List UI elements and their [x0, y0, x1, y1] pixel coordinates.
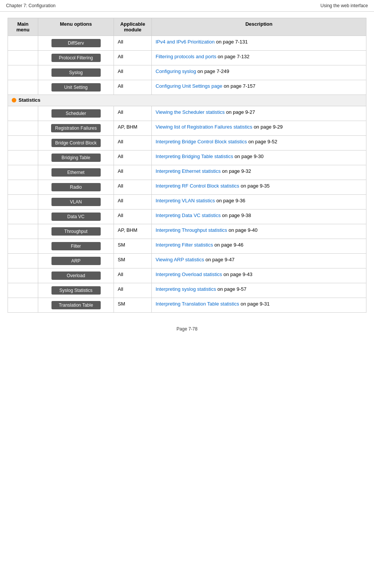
menu-button[interactable]: Syslog: [51, 68, 101, 77]
table-row: ARPSMViewing ARP statistics on page 9-47: [8, 253, 366, 268]
description-link[interactable]: Interpreting Ethernet statistics: [156, 168, 221, 174]
menu-button[interactable]: DiffServ: [51, 39, 101, 47]
menu-button[interactable]: ARP: [51, 257, 101, 265]
cell-description: Interpreting Bridging Table statistics o…: [152, 150, 366, 165]
cell-main: [8, 283, 38, 298]
menu-button[interactable]: Radio: [51, 183, 101, 191]
cell-description: Viewing the Scheduler statistics on page…: [152, 106, 366, 121]
cell-description: Interpreting Data VC statistics on page …: [152, 209, 366, 224]
cell-menu: Filter: [38, 239, 114, 253]
cell-main: [8, 106, 38, 121]
cell-main: [8, 224, 38, 239]
cell-module: All: [114, 36, 152, 51]
description-link[interactable]: Viewing list of Registration Failures st…: [156, 124, 252, 130]
cell-module: All: [114, 194, 152, 209]
description-page: on page 7-132: [216, 54, 249, 59]
menu-button[interactable]: Data VC: [51, 213, 101, 221]
table-row: Translation TableSMInterpreting Translat…: [8, 298, 366, 312]
col-header-menu: Menu options: [38, 18, 114, 36]
menu-button[interactable]: Unit Setting: [51, 83, 101, 92]
menu-button[interactable]: VLAN: [51, 198, 101, 206]
cell-main: [8, 268, 38, 283]
menu-button[interactable]: Bridge Control Block: [51, 139, 101, 147]
section-header-row: Statistics: [8, 95, 366, 106]
section-label: Statistics: [12, 97, 41, 103]
cell-main: [8, 298, 38, 312]
cell-menu: Radio: [38, 180, 114, 194]
cell-main: [8, 65, 38, 80]
description-page: on page 9-57: [216, 286, 246, 292]
orange-dot-icon: [12, 98, 16, 102]
cell-description: Configuring Unit Settings page on page 7…: [152, 80, 366, 95]
description-link[interactable]: IPv4 and IPv6 Prioritization: [156, 39, 215, 45]
description-link[interactable]: Configuring syslog: [156, 68, 196, 74]
cell-menu: Overload: [38, 268, 114, 283]
table-row: ThroughputAP, BHMInterpreting Throughput…: [8, 224, 366, 239]
cell-module: All: [114, 209, 152, 224]
cell-menu: Bridging Table: [38, 150, 114, 165]
description-link[interactable]: Interpreting Translation Table statistic…: [156, 301, 239, 307]
table-row: RadioAllInterpreting RF Control Block st…: [8, 180, 366, 194]
description-page: on page 9-27: [225, 109, 255, 115]
cell-description: IPv4 and IPv6 Prioritization on page 7-1…: [152, 36, 366, 51]
table-row: Bridging TableAllInterpreting Bridging T…: [8, 150, 366, 165]
menu-button[interactable]: Registration Failures: [51, 124, 100, 132]
cell-module: All: [114, 165, 152, 180]
menu-button[interactable]: Filter: [51, 242, 101, 250]
description-link[interactable]: Interpreting Throughput statistics: [156, 227, 227, 233]
description-page: on page 7-131: [215, 39, 248, 45]
cell-module: All: [114, 283, 152, 298]
cell-menu: Protocol Filtering: [38, 51, 114, 65]
cell-module: SM: [114, 298, 152, 312]
description-link[interactable]: Configuring Unit Settings page: [156, 83, 222, 89]
menu-button[interactable]: Ethernet: [51, 168, 101, 177]
menu-button[interactable]: Bridging Table: [51, 154, 101, 162]
menu-button[interactable]: Translation Table: [51, 301, 101, 309]
cell-main: [8, 121, 38, 135]
section-title: Using the web interface: [321, 3, 368, 8]
cell-description: Interpreting VLAN statistics on page 9-3…: [152, 194, 366, 209]
menu-button[interactable]: Syslog Statistics: [51, 286, 101, 295]
cell-module: All: [114, 51, 152, 65]
description-link[interactable]: Interpreting VLAN statistics: [156, 198, 215, 203]
table-header-row: Main menu Menu options Applicable module…: [8, 18, 366, 36]
menu-button[interactable]: Protocol Filtering: [51, 54, 101, 62]
description-link[interactable]: Interpreting Filter statistics: [156, 242, 213, 248]
section-label-text: Statistics: [19, 97, 41, 103]
cell-description: Interpreting RF Control Block statistics…: [152, 180, 366, 194]
cell-main: [8, 135, 38, 150]
menu-button[interactable]: Throughput: [51, 227, 101, 236]
description-link[interactable]: Interpreting Bridging Table statistics: [156, 154, 233, 159]
description-link[interactable]: Interpreting Overload statistics: [156, 272, 222, 277]
description-link[interactable]: Interpreting syslog statistics: [156, 286, 216, 292]
description-link[interactable]: Filtering protocols and ports: [156, 54, 216, 59]
cell-main: [8, 150, 38, 165]
cell-description: Interpreting Overload statistics on page…: [152, 268, 366, 283]
cell-main: [8, 239, 38, 253]
table-row: FilterSMInterpreting Filter statistics o…: [8, 239, 366, 253]
col-header-main: Main menu: [8, 18, 38, 36]
description-link[interactable]: Interpreting Bridge Control Block statis…: [156, 139, 247, 144]
cell-menu: Syslog Statistics: [38, 283, 114, 298]
page-number: Page 7-78: [176, 326, 197, 332]
description-link[interactable]: Interpreting Data VC statistics: [156, 213, 221, 218]
menu-button[interactable]: Scheduler: [51, 109, 101, 118]
cell-module: All: [114, 65, 152, 80]
cell-menu: Data VC: [38, 209, 114, 224]
cell-main: [8, 209, 38, 224]
description-link[interactable]: Interpreting RF Control Block statistics: [156, 183, 239, 189]
table-row: Bridge Control BlockAllInterpreting Brid…: [8, 135, 366, 150]
table-row: OverloadAllInterpreting Overload statist…: [8, 268, 366, 283]
cell-module: SM: [114, 239, 152, 253]
cell-main: [8, 36, 38, 51]
cell-menu: Registration Failures: [38, 121, 114, 135]
cell-module: All: [114, 106, 152, 121]
description-page: on page 9-40: [227, 227, 257, 233]
description-link[interactable]: Viewing ARP statistics: [156, 257, 204, 262]
cell-description: Interpreting Throughput statistics on pa…: [152, 224, 366, 239]
main-content: Main menu Menu options Applicable module…: [0, 12, 374, 319]
table-row: VLANAllInterpreting VLAN statistics on p…: [8, 194, 366, 209]
description-page: on page 9-38: [221, 213, 251, 218]
description-link[interactable]: Viewing the Scheduler statistics: [156, 109, 225, 115]
menu-button[interactable]: Overload: [51, 272, 101, 280]
